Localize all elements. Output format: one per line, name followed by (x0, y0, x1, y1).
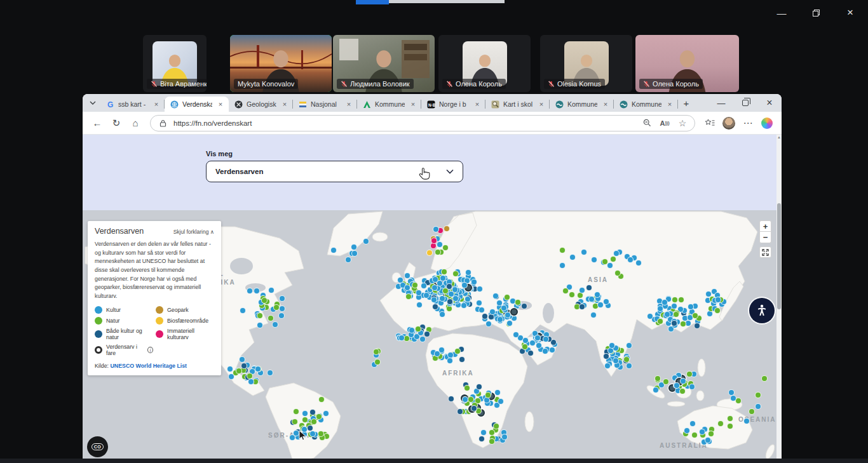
site-dot-green[interactable] (441, 269, 447, 275)
participant-tile[interactable]: Олена Король (635, 35, 739, 92)
site-dot-green[interactable] (559, 247, 566, 253)
site-dot-green[interactable] (468, 396, 474, 403)
site-dot-dark[interactable] (307, 425, 313, 431)
layer-dropdown[interactable]: Verdensarven (206, 161, 463, 182)
site-dot-blue[interactable] (688, 304, 694, 310)
tab-search-button[interactable] (85, 96, 100, 110)
site-dot-green[interactable] (717, 420, 724, 427)
site-dot-dark[interactable] (694, 323, 700, 329)
site-dot-blue[interactable] (404, 272, 410, 279)
tab-kommune[interactable]: Kommune× (357, 97, 421, 112)
site-dot-blue[interactable] (257, 322, 263, 328)
site-dot-blue[interactable] (653, 387, 659, 393)
tab-close-icon[interactable]: × (152, 100, 161, 109)
zoom-out-button[interactable]: − (759, 232, 771, 243)
browser-minimize-button[interactable]: — (709, 94, 733, 112)
site-dot-blue[interactable] (579, 287, 585, 293)
site-dot-green[interactable] (236, 368, 242, 374)
home-button[interactable]: ⌂ (127, 115, 144, 131)
site-dot-blue[interactable] (433, 226, 439, 232)
scroll-up-icon[interactable]: ▲ (776, 135, 782, 139)
site-dot-green[interactable] (405, 293, 412, 300)
favorite-star-icon[interactable]: ☆ (675, 116, 689, 130)
site-dot-dark[interactable] (432, 304, 438, 310)
site-dot-green[interactable] (273, 304, 280, 311)
tab-close-icon[interactable]: × (601, 100, 610, 109)
site-dot-blue[interactable] (465, 296, 471, 302)
site-dot-blue[interactable] (461, 302, 467, 309)
participant-tile[interactable]: Mykyta Konovalov (230, 35, 332, 92)
site-dot-dark[interactable] (603, 353, 609, 359)
site-dot-blue[interactable] (363, 238, 369, 245)
tab-kart-i-skol[interactable]: Kart i skol× (485, 97, 550, 112)
site-dot-green[interactable] (680, 321, 686, 327)
site-dot-blue[interactable] (689, 384, 695, 390)
read-aloud-icon[interactable]: A))) (658, 116, 672, 130)
site-dot-blue[interactable] (609, 342, 615, 349)
site-dot-dark[interactable] (459, 356, 465, 363)
site-dot-green[interactable] (257, 312, 263, 319)
site-dot-blue[interactable] (627, 257, 634, 263)
site-dot-green[interactable] (714, 307, 721, 314)
tab-close-icon[interactable]: × (344, 100, 353, 109)
back-button[interactable]: ← (89, 115, 105, 131)
tab-kommune[interactable]: Kommune× (614, 97, 678, 112)
tab-norge-i-b[interactable]: N·BNorge i b× (421, 97, 485, 112)
site-dot-green[interactable] (663, 379, 669, 385)
site-dot-blue[interactable] (603, 299, 609, 305)
site-dot-green[interactable] (318, 396, 325, 403)
profile-avatar[interactable] (721, 115, 737, 131)
site-dot-blue[interactable] (581, 249, 587, 255)
site-dot-fare[interactable] (510, 308, 518, 316)
site-dot-blue[interactable] (477, 286, 483, 292)
copilot-icon[interactable] (759, 115, 775, 131)
tab-kommune[interactable]: Kommune× (550, 97, 614, 112)
site-dot-green[interactable] (316, 413, 322, 420)
site-dot-blue[interactable] (416, 302, 423, 308)
fullscreen-button[interactable] (759, 246, 771, 258)
site-dot-blue[interactable] (590, 312, 597, 318)
site-dot-blue[interactable] (715, 297, 721, 303)
address-bar[interactable]: https://fn.no/verdenskart A))) ☆ (150, 115, 695, 131)
site-dot-blue[interactable] (465, 269, 471, 276)
tab-close-icon[interactable]: × (665, 100, 674, 109)
site-dot-dark[interactable] (241, 363, 247, 369)
zoom-out-page-icon[interactable] (640, 116, 654, 130)
site-dot-green[interactable] (415, 326, 421, 332)
scrollbar-thumb[interactable] (777, 203, 781, 309)
site-dot-blue[interactable] (549, 347, 555, 353)
browser-close-button[interactable]: × (757, 94, 782, 112)
site-dot-blue[interactable] (239, 356, 245, 363)
site-dot-blue[interactable] (647, 313, 653, 319)
site-dot-blue[interactable] (439, 311, 445, 318)
site-dot-blue[interactable] (255, 366, 261, 372)
site-dot-green[interactable] (373, 349, 379, 355)
site-dot-blue[interactable] (404, 285, 410, 291)
site-dot-dark[interactable] (471, 405, 477, 412)
site-dot-blue[interactable] (421, 283, 427, 289)
site-dot-blue[interactable] (743, 418, 750, 424)
site-dot-blue[interactable] (664, 311, 670, 318)
browser-restore-button[interactable] (733, 94, 757, 112)
tab-geologisk[interactable]: Geologisk× (229, 97, 293, 112)
site-dot-green[interactable] (318, 431, 324, 437)
site-dot-dark[interactable] (521, 303, 527, 309)
legend-hide-link[interactable]: Skjul forklaring ∧ (173, 229, 214, 235)
site-dot-green[interactable] (374, 359, 381, 365)
participant-tile[interactable]: Олена Король (438, 35, 531, 92)
site-dot-green[interactable] (708, 431, 714, 437)
site-dot-green[interactable] (412, 282, 418, 288)
site-dot-blue[interactable] (351, 244, 357, 250)
more-button[interactable]: ⋯ (740, 115, 756, 131)
tab-close-icon[interactable]: × (409, 100, 417, 109)
site-dot-green[interactable] (749, 408, 755, 415)
site-dot-blue[interactable] (323, 410, 329, 417)
site-dot-green[interactable] (623, 356, 630, 363)
site-dot-green[interactable] (686, 371, 693, 377)
tab-ssb-kart-[interactable]: Gssb kart -× (100, 97, 165, 112)
zoom-in-button[interactable]: + (759, 220, 771, 232)
site-dot-green[interactable] (493, 423, 499, 429)
site-dot-blue[interactable] (419, 336, 426, 342)
site-dot-blue[interactable] (345, 257, 351, 263)
site-dot-dark[interactable] (476, 384, 482, 390)
